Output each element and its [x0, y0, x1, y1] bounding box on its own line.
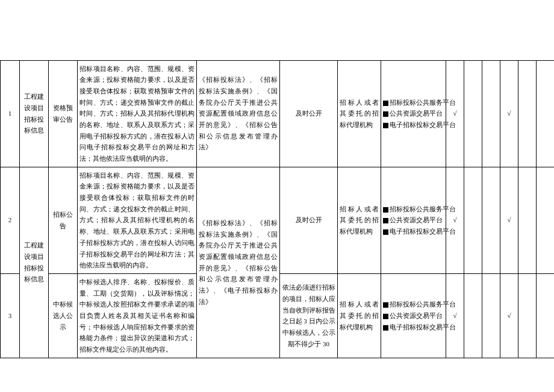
check-cell: √ — [500, 167, 518, 273]
category-cell: 工程建设项目招标投标信息 — [20, 60, 49, 167]
square-icon — [383, 314, 388, 319]
check-cell — [518, 167, 537, 273]
channel-label: 招标投标公共服务平台 — [390, 205, 456, 213]
subject-cell: 招标人或者其委托的招标代理机构 — [338, 60, 381, 167]
check-cell — [537, 60, 555, 167]
channel-label: 公共资源交易平台 — [390, 312, 443, 319]
channel-label: 电子招标投标交易平台 — [390, 228, 456, 235]
basis-cell: 《招标投标法》、《招标投标法实施条例》、《国务院办公厅关于推进公共资源配置领域政… — [197, 167, 280, 358]
time-cell: 依法必须进行招标的项目，招标人应当自收到评标报告之日起 3 日内公示中标候选人，… — [280, 273, 338, 358]
check-cell — [464, 60, 482, 167]
channel-cell: 招标投标公共服务平台 公共资源交易平台 电子招标投标交易平台 — [381, 60, 446, 167]
channel-cell: 招标投标公共服务平台 公共资源交易平台 电子招标投标交易平台 — [381, 273, 446, 358]
check-cell: √ — [500, 60, 518, 167]
basis-cell: 《招标投标法》、《招标投标法实施条例》、《国务院办公厅关于推进公共资源配置领域政… — [197, 60, 280, 167]
type-cell: 中标候选人公示 — [49, 273, 78, 358]
row-number: 1 — [1, 60, 20, 167]
check-cell: √ — [500, 273, 518, 358]
check-cell — [537, 273, 555, 358]
row-number: 2 — [1, 167, 20, 273]
channel-label: 招标投标公共服务平台 — [390, 300, 456, 308]
time-cell: 及时公开 — [280, 60, 338, 167]
type-cell: 招标公告 — [49, 167, 78, 273]
subject-cell: 招标人或者其委托的招标代理机构 — [338, 167, 381, 273]
check-cell: √ — [446, 60, 464, 167]
square-icon — [383, 302, 388, 308]
check-cell — [464, 273, 482, 358]
check-cell — [518, 60, 537, 167]
square-icon — [383, 325, 388, 331]
square-icon — [383, 111, 388, 117]
bidding-info-table: 1 工程建设项目招标投标信息 资格预审公告 招标项目名称、内容、范围、规模、资金… — [0, 0, 554, 358]
channel-label: 公共资源交易平台 — [390, 216, 443, 223]
row-number: 3 — [1, 273, 20, 358]
square-icon — [383, 123, 388, 128]
table-row: 2 工程建设项目招标投标信息 招标公告 招标项目名称、内容、范围、规模、资金来源… — [1, 167, 555, 273]
check-cell — [482, 273, 500, 358]
channel-cell: 招标投标公共服务平台 公共资源交易平台 电子招标投标交易平台 — [381, 167, 446, 273]
channel-label: 电子招标投标交易平台 — [390, 323, 456, 331]
square-icon — [383, 207, 388, 213]
content-cell: 招标项目名称、内容、范围、规模、资金来源；投标资格能力要求，以及是否接受联合体投… — [78, 167, 197, 273]
check-cell — [482, 167, 500, 273]
channel-label: 招标投标公共服务平台 — [390, 99, 456, 106]
check-cell — [482, 60, 500, 167]
check-cell: √ — [446, 273, 464, 358]
time-cell: 及时公开 — [280, 167, 338, 273]
check-cell — [518, 273, 537, 358]
content-cell: 招标项目名称、内容、范围、规模、资金来源；投标资格能力要求，以及是否接受联合体投… — [78, 60, 197, 167]
square-icon — [383, 218, 388, 223]
check-cell — [464, 167, 482, 273]
square-icon — [383, 229, 388, 235]
subject-cell: 招标人或者其委托的招标代理机构 — [338, 273, 381, 358]
table-row: 1 工程建设项目招标投标信息 资格预审公告 招标项目名称、内容、范围、规模、资金… — [1, 60, 555, 167]
content-cell: 中标候选人排序、名称、投标报价、质量、工期（交货期），以及评标情况；中标候选人按… — [78, 273, 197, 358]
square-icon — [383, 101, 388, 106]
check-cell: √ — [446, 167, 464, 273]
top-spacer — [1, 0, 555, 60]
category-cell: 工程建设项目招标投标信息 — [20, 167, 49, 358]
check-cell — [537, 167, 555, 273]
type-cell: 资格预审公告 — [49, 60, 78, 167]
channel-label: 公共资源交易平台 — [390, 110, 443, 117]
channel-label: 电子招标投标交易平台 — [390, 121, 456, 128]
